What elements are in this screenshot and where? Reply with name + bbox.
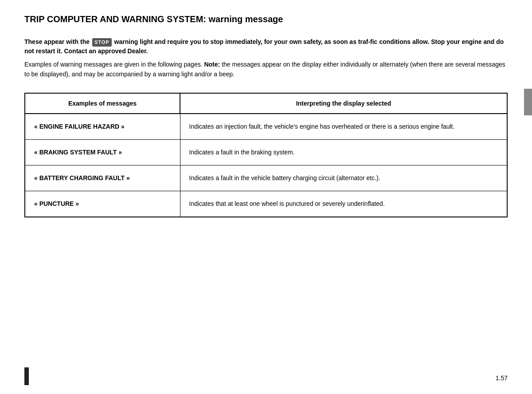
note-label: Note: [204,61,220,68]
table-row: « PUNCTURE »Indicates that at least one … [25,191,507,217]
table-cell-message: « ENGINE FAILURE HAZARD » [25,114,180,140]
description-prefix: Examples of warning messages are given i… [24,61,203,68]
table-cell-message: « BRAKING SYSTEM FAULT » [25,139,180,165]
col-header-interpretation: Interpreting the display selected [180,93,507,114]
page-title: TRIP COMPUTER AND WARNING SYSTEM: warnin… [24,13,508,25]
right-sidebar-tab [524,89,532,115]
table-row: « BRAKING SYSTEM FAULT »Indicates a faul… [25,139,507,165]
page-content: TRIP COMPUTER AND WARNING SYSTEM: warnin… [0,0,532,231]
col-header-messages: Examples of messages [25,93,180,114]
table-row: « BATTERY CHARGING FAULT »Indicates a fa… [25,165,507,191]
warning-text-part1: These appear with the [24,38,90,45]
table-header-row: Examples of messages Interpreting the di… [25,93,507,114]
table-cell-interpretation: Indicates a fault in the vehicle battery… [180,165,507,191]
table-cell-interpretation: Indicates a fault in the braking system. [180,139,507,165]
description-paragraph: Examples of warning messages are given i… [24,59,508,79]
table-cell-interpretation: Indicates that at least one wheel is pun… [180,191,507,217]
table-cell-message: « PUNCTURE » [25,191,180,217]
table-cell-interpretation: Indicates an injection fault, the vehicl… [180,114,507,140]
table-row: « ENGINE FAILURE HAZARD »Indicates an in… [25,114,507,140]
bottom-bar-indicator [24,367,29,385]
warning-messages-table: Examples of messages Interpreting the di… [24,93,508,217]
table-cell-message: « BATTERY CHARGING FAULT » [25,165,180,191]
stop-badge: STOP [92,38,112,47]
page-number: 1.57 [496,374,508,382]
warning-paragraph: These appear with the STOP warning light… [24,37,508,56]
